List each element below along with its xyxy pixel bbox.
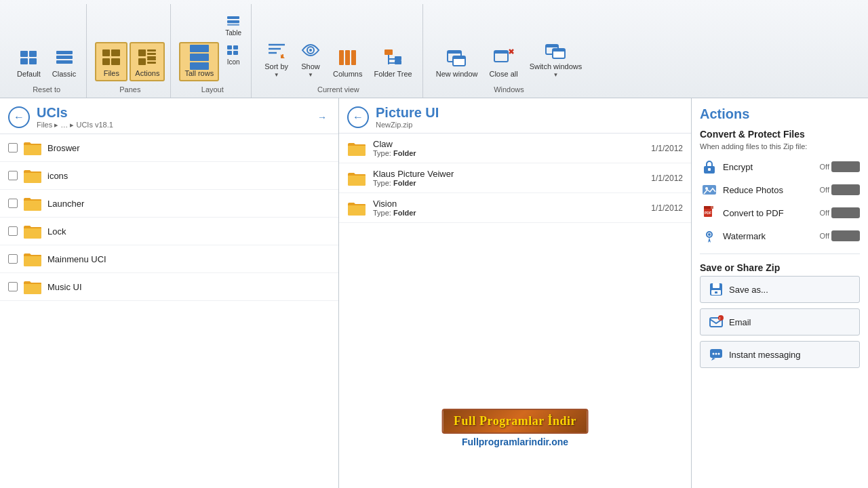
files-button[interactable]: Files bbox=[95, 42, 127, 81]
divider bbox=[700, 253, 860, 254]
save-as-button[interactable]: Save as... bbox=[700, 276, 860, 303]
file-checkbox-2[interactable] bbox=[8, 199, 18, 208]
file-checkbox-1[interactable] bbox=[8, 171, 18, 180]
actions-pane-button[interactable]: Actions bbox=[130, 42, 165, 81]
folder-icon-1 bbox=[23, 167, 42, 184]
reduce-photos-label: Reduce Photos bbox=[723, 185, 816, 195]
svg-rect-69 bbox=[715, 291, 717, 293]
svg-point-65 bbox=[708, 233, 711, 236]
middle-back-button[interactable]: ← bbox=[347, 106, 369, 128]
table-icon bbox=[226, 14, 241, 28]
svg-rect-17 bbox=[147, 62, 156, 64]
svg-rect-15 bbox=[138, 58, 146, 65]
toolbar-group-windows: New window Close all bbox=[426, 4, 593, 98]
svg-rect-10 bbox=[111, 58, 120, 65]
watermark-slider[interactable] bbox=[831, 230, 860, 241]
middle-panel-subtitle: NewZip.zip bbox=[376, 121, 683, 129]
watermark-icon bbox=[700, 226, 719, 245]
toolbar-group-panes: Files Actions Panes bbox=[90, 4, 171, 98]
svg-rect-24 bbox=[227, 45, 232, 49]
convert-pdf-label: Convert to PDF bbox=[723, 208, 816, 218]
file-checkbox-3[interactable] bbox=[8, 226, 18, 236]
instant-messaging-button[interactable]: Instant messaging bbox=[700, 341, 860, 368]
encrypt-row: Encrypt Off bbox=[700, 157, 860, 176]
svg-rect-6 bbox=[56, 60, 73, 64]
new-window-button[interactable]: New window bbox=[431, 43, 483, 81]
left-panel-breadcrumb: Files ▸ … ▸ UCIs v18.1 bbox=[37, 121, 307, 129]
folder-tree-button[interactable]: Folder Tree bbox=[369, 43, 416, 81]
middle-file-item[interactable]: Vision Type: Folder 1/1/2012 bbox=[339, 193, 691, 223]
file-checkbox-5[interactable] bbox=[8, 282, 18, 291]
new-window-icon bbox=[446, 47, 468, 68]
svg-rect-43 bbox=[395, 60, 401, 64]
email-button[interactable]: ! Email bbox=[700, 308, 860, 336]
file-name-0: Broswer bbox=[47, 143, 330, 153]
middle-file-item[interactable]: Klaus Picture Veiwer Type: Folder 1/1/20… bbox=[339, 163, 691, 193]
show-button[interactable]: Show ▼ bbox=[295, 36, 326, 81]
left-file-item[interactable]: Music UI bbox=[0, 273, 338, 301]
left-forward-button[interactable]: → bbox=[314, 109, 330, 125]
left-file-item[interactable]: Lock bbox=[0, 218, 338, 245]
svg-rect-26 bbox=[227, 51, 232, 55]
left-file-item[interactable]: Broswer bbox=[0, 134, 338, 162]
reduce-photos-row: Reduce Photos Off bbox=[700, 180, 860, 199]
convert-section-subtitle: When adding files to this Zip file: bbox=[700, 142, 860, 150]
instant-messaging-label: Instant messaging bbox=[729, 350, 801, 360]
sort-by-button[interactable]: Sort by ▼ bbox=[260, 36, 293, 81]
columns-button[interactable]: Columns bbox=[328, 43, 367, 81]
actions-pane-icon bbox=[136, 46, 158, 68]
watermark-label: Watermark bbox=[723, 231, 816, 241]
tall-rows-button[interactable]: Tall rows bbox=[179, 42, 219, 81]
convert-pdf-toggle[interactable]: Off bbox=[820, 207, 860, 218]
switch-dropdown-arrow: ▼ bbox=[553, 72, 559, 78]
right-panel: Actions Convert & Protect Files When add… bbox=[692, 98, 868, 488]
left-file-list: Broswer icons Launcher Lock bbox=[0, 134, 338, 488]
classic-button[interactable]: Classic bbox=[47, 43, 81, 81]
default-button[interactable]: Default bbox=[12, 43, 45, 81]
close-all-button[interactable]: Close all bbox=[484, 43, 522, 81]
reduce-photos-toggle[interactable]: Off bbox=[820, 184, 860, 195]
svg-rect-9 bbox=[102, 58, 110, 65]
left-back-button[interactable]: ← bbox=[8, 106, 30, 128]
mid-item-date-1: 1/1/2012 bbox=[651, 174, 683, 183]
email-icon: ! bbox=[709, 314, 724, 329]
save-as-label: Save as... bbox=[729, 285, 768, 295]
svg-rect-13 bbox=[147, 53, 156, 55]
files-icon bbox=[100, 46, 122, 68]
folder-icon-3 bbox=[23, 223, 42, 239]
svg-rect-21 bbox=[227, 16, 239, 19]
save-as-icon bbox=[709, 282, 724, 297]
left-panel: ← UCIs Files ▸ … ▸ UCIs v18.1 → Broswer bbox=[0, 98, 339, 488]
middle-panel-header: ← Picture UI NewZip.zip bbox=[339, 98, 691, 134]
file-checkbox-0[interactable] bbox=[8, 143, 18, 152]
encrypt-slider[interactable] bbox=[831, 161, 860, 172]
left-file-item[interactable]: icons bbox=[0, 162, 338, 190]
svg-rect-14 bbox=[147, 56, 156, 58]
watermark-toggle[interactable]: Off bbox=[820, 230, 860, 241]
table-button[interactable]: Table bbox=[221, 12, 245, 39]
svg-point-34 bbox=[309, 49, 312, 52]
icon-view-icon bbox=[226, 43, 241, 58]
left-panel-header: ← UCIs Files ▸ … ▸ UCIs v18.1 → bbox=[0, 98, 338, 134]
svg-rect-0 bbox=[20, 51, 28, 57]
svg-rect-41 bbox=[395, 56, 401, 60]
svg-rect-49 bbox=[494, 51, 508, 54]
middle-file-item[interactable]: Claw Type: Folder 1/1/2012 bbox=[339, 134, 691, 163]
icon-button[interactable]: Icon bbox=[221, 41, 245, 68]
reduce-photos-slider[interactable] bbox=[831, 184, 860, 195]
share-section-title: Save or Share Zip bbox=[700, 262, 860, 273]
encrypt-toggle[interactable]: Off bbox=[820, 161, 860, 172]
middle-file-list: Claw Type: Folder 1/1/2012 Klaus Picture… bbox=[339, 134, 691, 488]
svg-rect-27 bbox=[233, 51, 238, 55]
left-file-item[interactable]: Mainmenu UCI bbox=[0, 245, 338, 273]
svg-marker-74 bbox=[711, 358, 715, 361]
mid-item-date-2: 1/1/2012 bbox=[651, 203, 683, 213]
left-title-area: UCIs Files ▸ … ▸ UCIs v18.1 bbox=[37, 105, 307, 129]
left-file-item[interactable]: Launcher bbox=[0, 190, 338, 218]
file-checkbox-4[interactable] bbox=[8, 254, 18, 264]
switch-windows-button[interactable]: Switch windows ▼ bbox=[525, 36, 587, 81]
mid-item-info-1: Klaus Picture Veiwer Type: Folder bbox=[373, 169, 644, 187]
sort-dropdown-arrow: ▼ bbox=[274, 72, 279, 78]
convert-pdf-slider[interactable] bbox=[831, 207, 860, 218]
svg-rect-36 bbox=[345, 50, 350, 65]
